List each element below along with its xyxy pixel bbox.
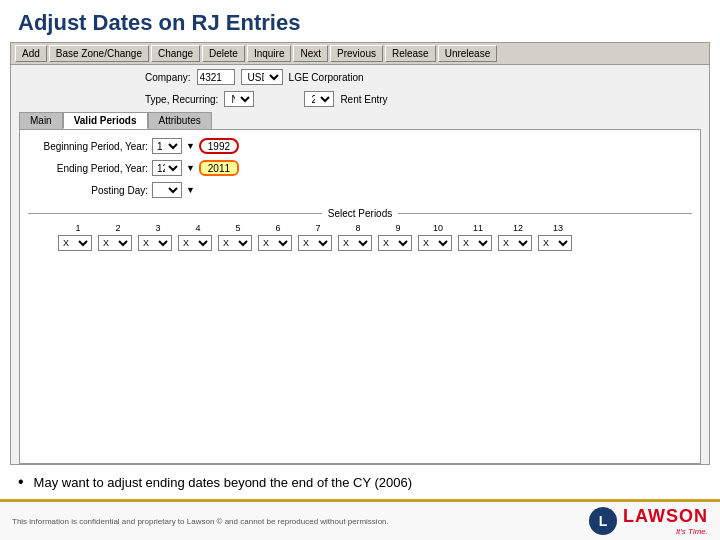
company-row: Company: USD LGE Corporation [11,65,709,89]
period-select-8[interactable]: X [338,235,372,251]
period-select-7[interactable]: X [298,235,332,251]
page-title: Adjust Dates on RJ Entries [0,0,720,42]
period-num-12: 12 [498,223,538,233]
toolbar-btn-delete[interactable]: Delete [202,45,245,62]
toolbar-btn-unrelease[interactable]: Unrelease [438,45,498,62]
tab-attributes[interactable]: Attributes [148,112,212,129]
form-container: AddBase Zone/ChangeChangeDeleteInquireNe… [10,42,710,465]
period-dd-8: X [338,235,378,251]
period-dd-2: X [98,235,138,251]
toolbar-btn-change[interactable]: Change [151,45,200,62]
posting-day-label: Posting Day: [28,185,148,196]
period-num-13: 13 [538,223,578,233]
currency-select[interactable]: USD [241,69,283,85]
type-select[interactable]: N [224,91,254,107]
period-num-8: 8 [338,223,378,233]
toolbar-btn-release[interactable]: Release [385,45,436,62]
lawson-brand: LAWSON It's Time. [623,506,708,536]
period-dd-13: X [538,235,578,251]
bullet-text: May want to adjust ending dates beyond t… [34,475,412,490]
period-select-6[interactable]: X [258,235,292,251]
lawson-name: LAWSON [623,506,708,527]
period-num-6: 6 [258,223,298,233]
company-label: Company: [145,72,191,83]
period-dd-11: X [458,235,498,251]
period-num-9: 9 [378,223,418,233]
ending-period-label: Ending Period, Year: [28,163,148,174]
period-num-10: 10 [418,223,458,233]
period-num-3: 3 [138,223,178,233]
lawson-tagline: It's Time. [676,527,708,536]
period-select-3[interactable]: X [138,235,172,251]
header-line-right [398,213,692,214]
period-dd-4: X [178,235,218,251]
main-content: AddBase Zone/ChangeChangeDeleteInquireNe… [0,42,720,465]
bottom-section: • May want to adjust ending dates beyond… [0,465,720,499]
entry-type: Rent Entry [340,94,387,105]
tab-content: Beginning Period, Year: 1 ▼ Ending Perio… [19,129,701,464]
ending-period-select[interactable]: 12 [152,160,182,176]
page-wrapper: Adjust Dates on RJ Entries AddBase Zone/… [0,0,720,540]
toolbar-btn-next[interactable]: Next [293,45,328,62]
period-num-2: 2 [98,223,138,233]
beginning-period-label: Beginning Period, Year: [28,141,148,152]
header-line-left [28,213,322,214]
toolbar-btn-add[interactable]: Add [15,45,47,62]
tab-main[interactable]: Main [19,112,63,129]
beginning-period-arrow: ▼ [186,141,195,151]
period-select-9[interactable]: X [378,235,412,251]
period-dd-10: X [418,235,458,251]
period-dd-6: X [258,235,298,251]
period-select-11[interactable]: X [458,235,492,251]
select-periods-label: Select Periods [328,208,392,219]
logo-circle: L [589,507,617,535]
recurring-select[interactable]: 2 [304,91,334,107]
period-num-1: 1 [58,223,98,233]
footer-disclaimer: This information is confidential and pro… [12,517,589,526]
tabs-row: MainValid PeriodsAttributes [11,109,709,129]
lawson-logo: L LAWSON It's Time. [589,506,708,536]
period-num-7: 7 [298,223,338,233]
toolbar: AddBase Zone/ChangeChangeDeleteInquireNe… [11,43,709,65]
beginning-period-row: Beginning Period, Year: 1 ▼ [28,138,692,154]
toolbar-btn-previous[interactable]: Previous [330,45,383,62]
period-select-1[interactable]: X [58,235,92,251]
period-numbers-row: 12345678910111213 [58,223,692,233]
ending-year-input[interactable] [199,160,239,176]
beginning-year-input[interactable] [199,138,239,154]
period-num-4: 4 [178,223,218,233]
period-dd-1: X [58,235,98,251]
company-name: LGE Corporation [289,72,364,83]
period-select-2[interactable]: X [98,235,132,251]
type-recurring-row: Type, Recurring: N 2 Rent Entry [11,89,709,109]
ending-period-row: Ending Period, Year: 12 ▼ [28,160,692,176]
ending-period-arrow: ▼ [186,163,195,173]
posting-day-arrow: ▼ [186,185,195,195]
company-input[interactable] [197,69,235,85]
period-dd-5: X [218,235,258,251]
period-dropdowns-row: XXXXXXXXXXXXX [58,235,692,251]
period-select-13[interactable]: X [538,235,572,251]
period-dd-3: X [138,235,178,251]
type-recurring-label: Type, Recurring: [145,94,218,105]
posting-day-select[interactable] [152,182,182,198]
footer: This information is confidential and pro… [0,499,720,540]
beginning-period-select[interactable]: 1 [152,138,182,154]
period-dd-9: X [378,235,418,251]
period-num-11: 11 [458,223,498,233]
period-select-4[interactable]: X [178,235,212,251]
select-periods-section: Select Periods 12345678910111213 XXXXXXX… [28,208,692,251]
toolbar-btn-base-zone-change[interactable]: Base Zone/Change [49,45,149,62]
period-select-10[interactable]: X [418,235,452,251]
bullet-icon: • [18,473,24,491]
period-select-12[interactable]: X [498,235,532,251]
period-dd-12: X [498,235,538,251]
posting-day-row: Posting Day: ▼ [28,182,692,198]
tab-valid-periods[interactable]: Valid Periods [63,112,148,129]
period-select-5[interactable]: X [218,235,252,251]
select-periods-header: Select Periods [28,208,692,219]
period-dd-7: X [298,235,338,251]
toolbar-btn-inquire[interactable]: Inquire [247,45,292,62]
period-num-5: 5 [218,223,258,233]
